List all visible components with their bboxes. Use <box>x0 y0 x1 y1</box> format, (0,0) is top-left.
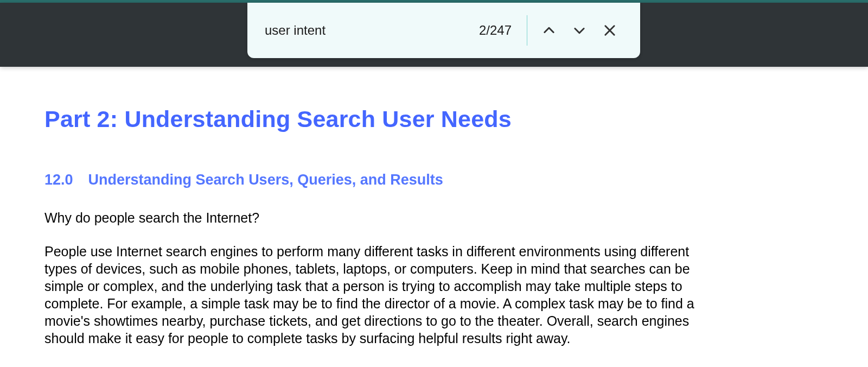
find-close-button[interactable] <box>595 15 625 46</box>
find-bar: 2/247 <box>247 3 640 58</box>
section-number: 12.0 <box>44 172 73 188</box>
find-previous-button[interactable] <box>534 15 564 46</box>
body-paragraph: People use Internet search engines to pe… <box>44 243 706 347</box>
part-title: Part 2: Understanding Search User Needs <box>44 106 824 132</box>
find-divider <box>527 15 527 46</box>
find-input[interactable] <box>265 23 479 38</box>
close-icon <box>602 23 617 38</box>
chevron-up-icon <box>541 23 557 38</box>
body-paragraph: Why do people search the Internet? <box>44 209 706 226</box>
document-page: Part 2: Understanding Search User Needs … <box>0 67 868 347</box>
find-next-button[interactable] <box>564 15 595 46</box>
find-match-count: 2/247 <box>479 23 527 38</box>
section-title: Understanding Search Users, Queries, and… <box>88 172 443 188</box>
section-heading: 12.0Understanding Search Users, Queries,… <box>44 172 824 188</box>
pdf-toolbar: 2/247 <box>0 3 868 67</box>
chevron-down-icon <box>572 23 587 38</box>
